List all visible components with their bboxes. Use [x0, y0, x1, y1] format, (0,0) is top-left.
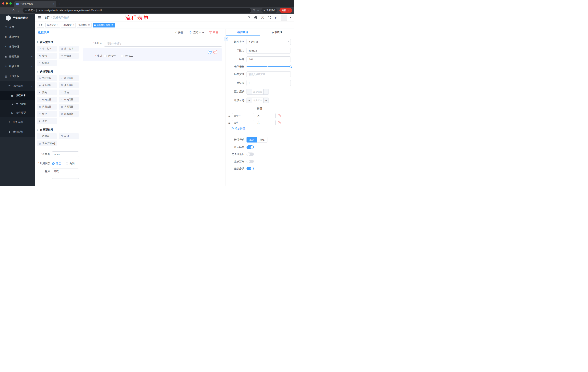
title-input[interactable]	[247, 56, 291, 62]
github-icon[interactable]	[254, 16, 258, 20]
sidebar-item-infra[interactable]: ▣ 基础设施 ▾	[0, 52, 35, 62]
option-1-label-input[interactable]	[232, 113, 254, 118]
decrease-button[interactable]: −	[247, 89, 252, 95]
tag-process-model[interactable]: 流程模型 ✕	[61, 23, 76, 28]
option-2-value-input[interactable]	[256, 120, 276, 125]
bookmark-star-icon[interactable]: ☆	[257, 9, 259, 12]
delete-field-button[interactable]	[213, 50, 217, 54]
new-tab-button[interactable]: +	[59, 2, 61, 6]
gender-option-1[interactable]: 选项一	[104, 54, 116, 57]
style-button-button[interactable]: 按钮	[257, 137, 267, 142]
form-name-input[interactable]	[52, 151, 79, 157]
avatar-caret-icon[interactable]: ▾	[290, 17, 291, 19]
min-select-value[interactable]: 至少应选	[252, 89, 263, 95]
phone-input[interactable]	[104, 40, 222, 47]
tag-close-icon[interactable]: ✕	[88, 24, 90, 26]
sidebar-item-user-group[interactable]: ☻ 用户分组	[0, 100, 35, 108]
slider-track[interactable]	[247, 66, 291, 67]
border-switch[interactable]	[247, 152, 254, 156]
tab-component-props[interactable]: 组件属性	[226, 29, 260, 36]
sidebar-logo[interactable]: 芋道管理系统	[0, 14, 35, 22]
add-option-button[interactable]: + 添加选项	[231, 127, 291, 130]
component-type-select[interactable]: ▾	[247, 39, 291, 45]
label-width-input[interactable]	[247, 71, 291, 77]
sidebar-collapse-icon[interactable]	[38, 16, 41, 19]
tag-process-definition[interactable]: 流程定义 ✕	[45, 23, 60, 28]
component-time-picker[interactable]: ◔时间选择	[37, 97, 57, 102]
field-name-input[interactable]	[247, 48, 291, 53]
back-icon[interactable]: ←	[2, 9, 7, 12]
component-cascader[interactable]: ∴级联选择	[59, 75, 79, 81]
save-button[interactable]: ✓ 保存	[175, 31, 184, 34]
search-icon[interactable]	[247, 16, 251, 20]
slider-handle[interactable]	[289, 65, 292, 68]
disabled-switch[interactable]	[247, 159, 254, 163]
tab-close-icon[interactable]: ✕	[52, 3, 55, 5]
maximize-window-button[interactable]	[10, 2, 12, 5]
sidebar-item-leave-query[interactable]: ♟ 请假查询	[0, 127, 35, 137]
tag-close-icon[interactable]: ✕	[111, 24, 113, 26]
address-bar[interactable]: ⚠ 不安全 dashboard.yudao.iocoder.cn/bpm/man…	[22, 8, 251, 13]
tag-process-form-edit[interactable]: 流程表单-编辑 ✕	[93, 23, 115, 28]
component-counter[interactable]: 123计数器	[59, 53, 79, 59]
browser-update-button[interactable]: 更新 ⋮	[279, 8, 292, 13]
browser-menu-icon[interactable]: ⋮	[288, 9, 290, 12]
component-upload[interactable]: ↥上传	[37, 118, 57, 124]
component-password[interactable]: ▣密码	[37, 53, 57, 59]
browser-tab[interactable]: 芋道管理系统 ✕	[14, 1, 56, 7]
checkbox-box[interactable]	[121, 55, 124, 57]
component-radio-group[interactable]: ◉单选框组	[37, 83, 57, 88]
checkbox-box[interactable]	[104, 55, 107, 57]
sidebar-item-system[interactable]: ⚙ 系统管理 ▾	[0, 32, 35, 42]
sidebar-item-devtools[interactable]: ⚒ 研发工具 ▾	[0, 62, 35, 71]
minimize-window-button[interactable]	[6, 2, 8, 5]
component-slider[interactable]: ↔滑块	[59, 90, 79, 95]
component-switch[interactable]: ◐开关	[37, 90, 57, 95]
style-default-button[interactable]: 默认	[247, 137, 257, 142]
form-remark-textarea[interactable]: 嘿嘿	[52, 169, 79, 179]
component-date-range[interactable]: ▩日期范围	[59, 104, 79, 110]
remove-option-button[interactable]: −	[278, 121, 281, 124]
gender-field-selected[interactable]: *性别 选项一 选项二	[83, 48, 222, 61]
option-1-value-input[interactable]	[256, 113, 276, 118]
option-drag-handle-icon[interactable]: ☰	[228, 121, 231, 124]
option-drag-handle-icon[interactable]: ☰	[228, 115, 231, 117]
max-select-value[interactable]: 最多可选	[252, 98, 263, 103]
reload-icon[interactable]: ⟳	[11, 9, 16, 12]
component-color-picker[interactable]: ◍颜色选择	[59, 111, 79, 117]
sidebar-item-process-model[interactable]: ▶ 流程模型	[0, 108, 35, 117]
fullscreen-icon[interactable]	[267, 16, 271, 20]
tag-process-form[interactable]: 流程表单 ✕	[77, 23, 91, 28]
design-canvas[interactable]: *手机号	[81, 36, 226, 186]
status-on-radio[interactable]: 开启	[52, 162, 61, 165]
sidebar-item-process-mgmt[interactable]: ☰ 流程管理 ▴	[0, 81, 35, 91]
tag-close-icon[interactable]: ✕	[57, 24, 58, 26]
component-time-range[interactable]: ◕时间范围	[59, 97, 79, 102]
user-avatar[interactable]	[281, 15, 287, 21]
sidebar-item-home[interactable]: ◫ 首页	[0, 22, 35, 32]
tag-home[interactable]: 首页	[37, 23, 44, 28]
font-size-icon[interactable]: TT	[274, 16, 278, 20]
component-textarea[interactable]: ▤多行文本	[59, 46, 79, 52]
grid-slider[interactable]	[247, 65, 291, 68]
component-row-container[interactable]: □行容器	[37, 133, 57, 139]
default-value-input[interactable]	[247, 80, 291, 86]
component-checkbox-group[interactable]: ☑多选框组	[59, 83, 79, 88]
required-switch[interactable]	[247, 167, 254, 170]
decrease-button[interactable]: −	[247, 98, 252, 103]
component-type-value[interactable]	[247, 39, 291, 45]
component-select[interactable]: ◎下拉选择	[37, 75, 57, 81]
sidebar-item-process-form[interactable]: ▤ 流程表单	[0, 91, 35, 100]
copy-field-button[interactable]	[208, 50, 211, 54]
component-date-picker[interactable]: ▦日期选择	[37, 104, 57, 110]
status-off-radio[interactable]: 关闭	[66, 162, 74, 165]
sidebar-item-workflow[interactable]: ▦ 工作流程 ▴	[0, 71, 35, 81]
show-label-switch[interactable]	[247, 145, 254, 149]
close-window-button[interactable]	[2, 2, 4, 5]
help-icon[interactable]: ?	[261, 16, 264, 20]
clear-button[interactable]: 清空	[209, 31, 218, 34]
sidebar-item-payment[interactable]: ¥ 支付管理 ▾	[0, 42, 35, 52]
component-single-text[interactable]: ▭单行文本	[37, 46, 57, 52]
home-icon[interactable]: ⌂	[16, 9, 21, 12]
phone-field-row[interactable]: *手机号	[83, 40, 222, 47]
